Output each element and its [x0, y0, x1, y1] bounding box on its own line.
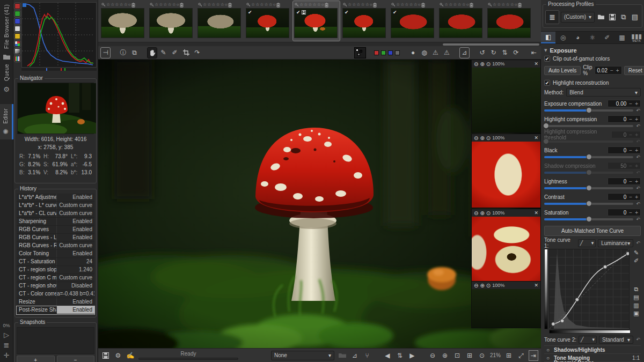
- star-icon[interactable]: ☆: [361, 3, 365, 7]
- unrank-icon[interactable]: ○: [418, 3, 421, 7]
- snapshot-add-button[interactable]: +: [17, 356, 55, 362]
- snapshots-list[interactable]: [17, 327, 94, 354]
- slider-contrast[interactable]: Contrast0−+↶: [544, 193, 641, 206]
- star-icon[interactable]: ☆: [317, 3, 321, 7]
- fullscreen-button[interactable]: ⤢: [517, 351, 525, 360]
- detail-zoom-100-icon[interactable]: ⊙: [486, 61, 491, 67]
- slider-spinner[interactable]: 50−+: [608, 162, 641, 169]
- histogram-red-toggle[interactable]: [14, 3, 20, 9]
- slider-exposure-compensation[interactable]: Exposure compensation0.00−+↶: [544, 100, 641, 113]
- zoom-in-button[interactable]: ⊕: [441, 351, 449, 360]
- new-detail-window-button[interactable]: ⊞: [504, 351, 513, 360]
- zoom-out-button[interactable]: ⊖: [428, 351, 437, 360]
- navigate-previous-button[interactable]: ◀: [383, 351, 392, 360]
- star-icon[interactable]: ☆: [308, 3, 312, 7]
- reset-icon[interactable]: ↶: [635, 337, 641, 342]
- close-icon[interactable]: ✕: [534, 210, 538, 216]
- history-row[interactable]: CT - region slope1.240: [17, 266, 94, 274]
- histogram-blue-toggle[interactable]: [14, 18, 20, 24]
- save-image-button[interactable]: [101, 351, 110, 360]
- slider-spinner[interactable]: 0−+: [608, 209, 641, 216]
- copy-profile-icon[interactable]: ⧉: [619, 12, 628, 23]
- reset-button[interactable]: Reset: [624, 66, 644, 75]
- reset-icon[interactable]: ↶: [635, 139, 641, 144]
- zoom-100-button[interactable]: ⊙: [478, 351, 486, 360]
- checkbox-checked-icon[interactable]: ✔: [544, 80, 550, 86]
- tab-transform[interactable]: ✐: [600, 32, 614, 43]
- star-icon[interactable]: ☆: [211, 3, 215, 7]
- zoom-fit-crop-button[interactable]: ⊞: [465, 351, 474, 360]
- history-row[interactable]: Color ToningEnabled: [17, 250, 94, 258]
- histogram-chromaticity-toggle[interactable]: [14, 33, 20, 39]
- history-row[interactable]: L*a*b* - CL curveCustom curve: [17, 210, 94, 218]
- detail-window[interactable]: ⊖⊕⊙100%✕: [471, 60, 541, 133]
- plus-icon[interactable]: +: [635, 101, 638, 107]
- minus-icon[interactable]: −: [629, 163, 632, 169]
- thumbnail-image[interactable]: ✔: [391, 8, 434, 38]
- filmstrip-thumbnail[interactable]: ☆☆☆☆☆○✔: [390, 1, 436, 41]
- tab-detail[interactable]: ◎: [555, 32, 570, 43]
- background-color-selector[interactable]: [355, 48, 365, 58]
- thumbnail-image[interactable]: ✔: [246, 8, 289, 38]
- star-icon[interactable]: ☆: [159, 3, 163, 7]
- copy-curve-icon[interactable]: ⧉: [634, 286, 639, 292]
- trash-icon[interactable]: [325, 3, 328, 8]
- history-row[interactable]: CT - Saturation24: [17, 258, 94, 266]
- slider-highlight-compression[interactable]: Highlight compression0−+↶: [544, 115, 641, 129]
- color-label-icon[interactable]: [343, 3, 347, 7]
- history-row[interactable]: SharpeningEnabled: [17, 218, 94, 226]
- star-icon[interactable]: ☆: [265, 3, 268, 7]
- move-icon[interactable]: ✛: [4, 352, 10, 359]
- show-curve-indicator-button[interactable]: ⊿: [460, 48, 469, 58]
- queue-add-button[interactable]: ⚙: [114, 351, 122, 360]
- slider-black[interactable]: Black0−+↶: [544, 146, 641, 160]
- snapshot-remove-button[interactable]: −: [57, 356, 95, 362]
- star-icon[interactable]: ☆: [120, 3, 123, 7]
- slider-knob[interactable]: [586, 107, 592, 113]
- star-icon[interactable]: ☆: [352, 3, 356, 7]
- star-icon[interactable]: ☆: [313, 3, 317, 7]
- star-icon[interactable]: ☆: [260, 3, 264, 7]
- slider-knob[interactable]: [543, 123, 549, 129]
- highlight-reconstruction-row[interactable]: ✔ Highlight reconstruction: [544, 78, 641, 87]
- trash-icon[interactable]: [373, 3, 377, 8]
- history-row[interactable]: CT - region show ...Disabled: [17, 282, 94, 290]
- detail-zoom-100-icon[interactable]: ⊙: [486, 135, 491, 141]
- filmstrip-thumbnail[interactable]: ☆☆☆☆☆○: [438, 1, 485, 41]
- trash-icon[interactable]: [228, 3, 232, 8]
- dock-panel-button[interactable]: ⇤: [529, 48, 538, 58]
- unrank-icon[interactable]: ○: [515, 3, 517, 7]
- histogram-luminance-toggle[interactable]: [14, 26, 20, 32]
- image-canvas[interactable]: ⊖⊕⊙100%✕⊖⊕⊙100%✕⊖⊕⊙100%✕⊖⊕⊙100%✕: [98, 60, 541, 348]
- slider-track[interactable]: [544, 109, 633, 112]
- reset-icon[interactable]: ↶: [635, 201, 641, 206]
- section-shadows-highlights[interactable]: ○Shadows/Highlights: [544, 345, 641, 353]
- detail-zoom-out-icon[interactable]: ⊖: [474, 210, 478, 216]
- color-label-icon[interactable]: [150, 3, 154, 7]
- history-row[interactable]: Post-Resize Sharp...Enabled: [17, 306, 94, 314]
- tab-file-browser[interactable]: File Browser (41): [4, 4, 10, 50]
- unrank-icon[interactable]: ○: [177, 3, 179, 7]
- filmstrip-thumbnail[interactable]: ☆☆☆☆☆○: [100, 1, 147, 41]
- slider-knob[interactable]: [586, 201, 592, 206]
- clip-out-of-gamut-row[interactable]: ✔ Clip out-of-gamut colors: [544, 54, 641, 63]
- star-icon[interactable]: ☆: [221, 3, 224, 7]
- minus-icon[interactable]: −: [629, 116, 632, 122]
- close-icon[interactable]: ✕: [534, 135, 538, 141]
- detail-view[interactable]: [472, 142, 540, 208]
- slider-track[interactable]: [544, 172, 633, 174]
- method-select[interactable]: Blend▾: [566, 88, 641, 97]
- slider-track[interactable]: [544, 218, 633, 220]
- detail-zoom-out-icon[interactable]: ⊖: [474, 135, 478, 141]
- paste-curve-icon[interactable]: ▤: [633, 294, 639, 300]
- star-icon[interactable]: ☆: [255, 3, 259, 7]
- reset-icon[interactable]: ↶: [635, 240, 641, 246]
- color-label-icon[interactable]: [198, 3, 202, 7]
- star-icon[interactable]: ☆: [269, 3, 273, 7]
- navigate-next-button[interactable]: ▶: [408, 351, 416, 360]
- preview-sharpen-mask-button[interactable]: ◍: [420, 48, 429, 58]
- clip-spinner[interactable]: 0.02 − +: [595, 66, 622, 75]
- flip-vertical-button[interactable]: ⇅: [500, 48, 509, 58]
- minus-icon[interactable]: −: [629, 194, 632, 200]
- detail-zoom-100-icon[interactable]: ⊙: [486, 210, 491, 216]
